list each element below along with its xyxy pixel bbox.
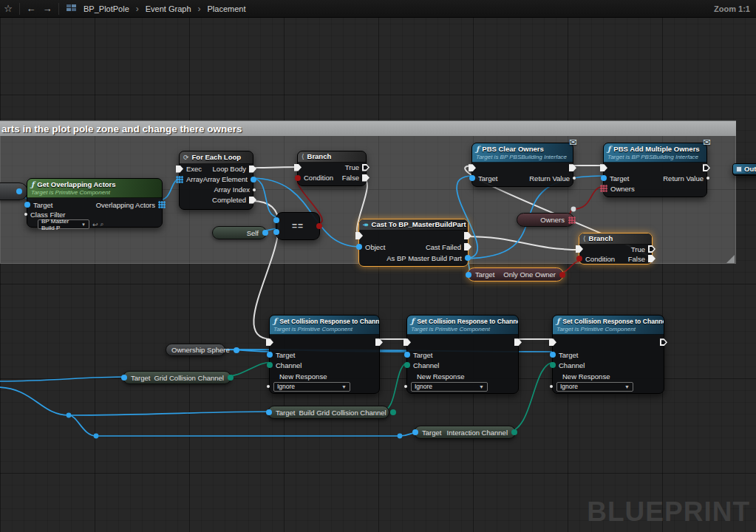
exec-in-pin[interactable] [266,338,273,346]
node-title: For Each Loop [192,153,242,161]
target-pin[interactable] [601,175,607,181]
breadcrumb-blueprint[interactable]: BP_PlotPole [81,4,132,13]
blueprint-icon [67,4,76,13]
target-pin[interactable] [267,352,273,358]
node-subtitle: Target is Primitive Component [411,326,513,332]
target-pin[interactable] [412,429,418,435]
target-pin[interactable] [550,352,556,358]
reset-icon[interactable]: ↩ [92,221,98,228]
target-pin[interactable] [469,175,475,181]
dropdown-arrow-icon: ▼ [341,384,347,389]
breadcrumb-event-graph[interactable]: Event Graph [143,4,194,13]
exec-in-pin[interactable] [176,166,183,173]
array-element-pin[interactable] [251,177,256,183]
node-equal-equal[interactable]: == [276,212,320,240]
node-pbs-add-multiple-owners[interactable]: ✉ ƒPBS Add Multiple Owners Target is BP … [603,143,707,197]
node-ownership-sphere[interactable]: Ownership Sphere [166,344,225,356]
result-pin[interactable] [559,272,565,278]
node-subtitle: Target is Primitive Component [556,326,658,332]
node-set-collision-response-3[interactable]: ƒSet Collision Response to Channel Targe… [552,315,664,394]
result-pin[interactable] [316,223,322,229]
pin-label: Overlapping Actors [96,201,155,209]
node-branch-2[interactable]: ⟨Branch True Condition False [579,233,653,265]
owners-array-pin[interactable] [600,185,607,192]
node-pbs-clear-owners[interactable]: ✉ ƒPBS Clear Owners Target is BP PBSBuil… [471,143,573,187]
condition-pin[interactable] [576,256,582,262]
node-output-collapsed[interactable]: Output [732,163,756,176]
new-response-dropdown[interactable]: Ignore ▼ [273,382,350,392]
exec-in-pin[interactable] [355,232,363,239]
class-pin[interactable] [24,213,27,216]
node-self[interactable]: Self [212,226,267,239]
node-subtitle: Target is BP PBSBuilding Interface [476,154,568,160]
chevron-right-icon: › [132,4,143,14]
target-pin[interactable] [466,272,471,278]
node-set-collision-response-2[interactable]: ƒSet Collision Response to Channel Targe… [406,315,519,394]
exec-in-pin[interactable] [294,164,302,171]
exec-in-pin[interactable] [600,164,607,171]
node-build-grid-collision-channel[interactable]: Target Build Grid Collision Channel [268,406,389,419]
pin-label: Target [475,270,494,279]
array-pin[interactable] [158,201,166,208]
channel-out-pin[interactable] [228,375,234,381]
reroute-node [94,434,99,439]
loop-icon: ⟳ [183,154,189,161]
channel-out-pin[interactable] [390,409,396,415]
search-icon[interactable]: ⌕ [101,220,104,228]
new-response-dropdown[interactable]: Ignore ▼ [411,382,488,392]
back-button[interactable]: ← [23,3,39,14]
new-response-pin[interactable] [267,385,270,388]
target-pin[interactable] [404,352,410,358]
pin-label: Return Value [529,174,570,183]
node-for-each-loop[interactable]: ⟳For Each Loop Exec Loop Body Array Arra… [179,151,253,210]
channel-pin[interactable] [550,362,556,368]
clipped-variable-node[interactable] [0,183,28,200]
pin-label: Build Grid Collision Channel [299,409,386,417]
new-response-pin[interactable] [404,385,407,388]
breadcrumb-placement[interactable]: Placement [205,4,248,13]
exec-in-pin[interactable] [576,245,583,253]
condition-pin[interactable] [295,175,301,181]
output-pin[interactable] [234,347,239,353]
new-response-value: Ignore [277,383,295,390]
node-cast-to-bp-masterbuildpart[interactable]: ↠Cast To BP_MasterBuildPart Object Cast … [358,219,469,267]
object-wire [251,178,279,217]
exec-in-pin[interactable] [403,338,411,346]
pin-label: Object [365,243,385,251]
exec-in-pin[interactable] [469,164,476,171]
node-title: Cast To BP_MasterBuildPart [372,220,466,228]
channel-pin[interactable] [404,362,410,368]
node-get-overlapping-actors[interactable]: ƒGet Overlapping Actors Target is Primit… [27,178,163,228]
node-owners-get[interactable]: Owners [517,213,574,227]
self-pin[interactable] [262,230,268,236]
target-pin[interactable] [266,409,272,415]
forward-button[interactable]: → [39,3,55,14]
node-interaction-channel[interactable]: Target Interaction Channel [414,426,516,439]
cast-icon: ↠ [363,221,369,228]
toolbar: ☆ ← → BP_PlotPole › Event Graph › Placem… [0,0,756,18]
object-pin[interactable] [356,244,362,250]
pin-label: Owners [610,185,635,193]
node-only-one-owner[interactable]: Target Only One Owner [467,267,564,282]
channel-pin[interactable] [267,362,273,368]
node-set-collision-response-1[interactable]: ƒSet Collision Response to Channel Targe… [269,315,380,394]
favorite-star-icon[interactable]: ☆ [0,3,16,14]
pin-label: Target [610,174,629,183]
pin-label: Array Element [203,175,248,183]
pin-label: Channel [413,361,439,369]
channel-out-pin[interactable] [511,429,517,435]
class-filter-dropdown[interactable]: BP Master Build P ▼ [38,219,89,229]
exec-in-pin[interactable] [549,338,556,346]
target-pin[interactable] [121,375,127,381]
array-pin[interactable] [176,176,183,183]
owners-array-pin[interactable] [568,216,576,224]
function-icon: ƒ [607,145,610,153]
new-response-dropdown[interactable]: Ignore ▼ [556,382,633,392]
object-pin[interactable] [16,188,22,194]
target-pin[interactable] [24,202,30,208]
node-branch-1[interactable]: ⟨Branch True Condition False [297,151,367,186]
node-grid-collision-channel[interactable]: Target Grid Collision Channel [123,371,231,384]
array-index-pin[interactable] [253,188,256,191]
new-response-pin[interactable] [550,385,553,388]
pin-label: Target [559,351,578,359]
